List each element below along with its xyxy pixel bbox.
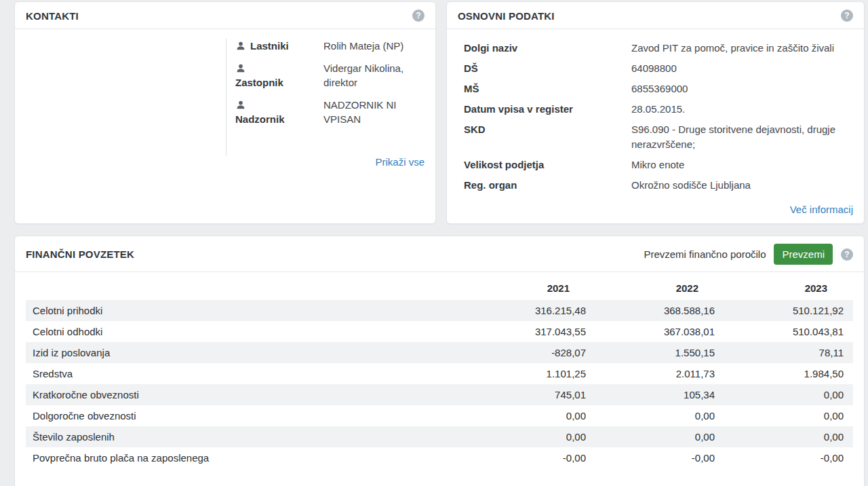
value-2021: 317.043,55 [467,321,595,342]
field-row: Dolgi naziv Zavod PIT za pomoč, pravice … [464,38,853,58]
value-2021: 0,00 [467,405,595,426]
table-row: Število zaposlenih 0,00 0,00 0,00 [26,426,853,447]
download-button[interactable]: Prevzemi [774,244,833,265]
kontakti-panel: KONTAKTI ? Lastniki Rolih Mateja (NP) Za… [14,1,436,224]
field-row: DŠ 64098800 [464,58,853,79]
field-value: 64098800 [631,61,853,76]
value-2021: -0,00 [467,447,595,468]
contact-role: Nadzornik [235,98,295,126]
value-2022: 0,00 [595,405,724,426]
kontakti-header: KONTAKTI ? [15,2,435,29]
help-icon[interactable]: ? [841,248,853,261]
field-value: Mikro enote [631,157,853,172]
value-2021: 316.215,48 [467,300,595,321]
help-icon[interactable]: ? [412,10,425,22]
contact-entry: Zastopnik Vidergar Nikolina, direktor [235,61,425,90]
page: KONTAKTI ? Lastniki Rolih Mateja (NP) Za… [0,0,868,486]
financni-header-actions: Prevzemi finančno poročilo Prevzemi ? [644,244,853,265]
table-body: Celotni prihodki 316.215,48 368.588,16 5… [26,300,853,468]
field-label: MŠ [464,81,631,96]
year-header-row: 202120222023 [26,272,853,300]
table-row: Kratkoročne obveznosti 745,01 105,34 0,0… [26,384,853,405]
value-2023: -0,00 [724,447,853,468]
value-2023: 0,00 [724,405,853,426]
show-all-link[interactable]: Prikaži vse [26,156,425,168]
kontakti-contact-list: Lastniki Rolih Mateja (NP) Zastopnik Vid… [226,39,425,156]
value-2022: 2.011,73 [595,363,724,384]
value-2023: 78,11 [724,342,853,363]
financial-summary-table: 202120222023 Celotni prihodki 316.215,48… [26,272,853,468]
field-value: Zavod PIT za pomoč, pravice in zaščito ž… [631,41,853,56]
empty-header-cell [26,272,467,300]
year-header-cell: 2023 [724,272,853,300]
table-row: Celotni odhodki 317.043,55 367.038,01 51… [26,321,853,342]
value-2023: 510.121,92 [724,300,853,321]
field-row: Datum vpisa v register 28.05.2015. [464,99,853,119]
metric-label: Kratkoročne obveznosti [26,384,467,405]
osnovni-podatki-panel: OSNOVNI PODATKI ? Dolgi naziv Zavod PIT … [446,1,865,224]
table-row: Dolgoročne obveznosti 0,00 0,00 0,00 [26,405,853,426]
table-row: Izid iz poslovanja -828,07 1.550,15 78,1… [26,342,853,363]
value-2021: 0,00 [467,426,595,447]
help-icon[interactable]: ? [841,10,853,22]
contact-name: Vidergar Nikolina, direktor [323,61,425,90]
metric-label: Celotni odhodki [26,321,467,342]
person-icon [235,100,246,111]
table-row: Sredstva 1.101,25 2.011,73 1.984,50 [26,363,853,384]
kontakti-title: KONTAKTI [26,10,79,22]
osnovni-fields: Dolgi naziv Zavod PIT za pomoč, pravice … [447,29,864,195]
metric-label: Povprečna bruto plača na zaposlenega [26,447,467,468]
contact-role: Lastniki [235,39,295,53]
field-row: MŠ 6855369000 [464,79,853,99]
table-row: Celotni prihodki 316.215,48 368.588,16 5… [26,300,853,321]
value-2022: 368.588,16 [595,300,724,321]
field-label: Reg. organ [464,178,631,193]
value-2022: 1.550,15 [595,342,724,363]
value-2021: 745,01 [467,384,595,405]
field-label: Velikost podjetja [464,157,631,172]
field-value: S96.090 - Druge storitvene dejavnosti, d… [631,122,853,152]
value-2023: 0,00 [724,426,853,447]
field-value: 28.05.2015. [631,102,853,117]
metric-label: Število zaposlenih [26,426,467,447]
contact-role: Zastopnik [235,61,295,90]
field-row: SKD S96.090 - Druge storitvene dejavnost… [464,119,853,155]
value-2022: 105,34 [595,384,724,405]
contact-role-label: Zastopnik [235,77,283,88]
osnovni-title: OSNOVNI PODATKI [458,10,555,22]
metric-label: Izid iz poslovanja [26,342,467,363]
table-head: 202120222023 [26,272,853,300]
contact-entry: Lastniki Rolih Mateja (NP) [235,39,425,53]
field-row: Reg. organ Okrožno sodišče Ljubljana [464,175,853,195]
value-2021: 1.101,25 [467,363,595,384]
value-2022: 0,00 [595,426,724,447]
field-value: Okrožno sodišče Ljubljana [631,178,853,193]
field-label: Datum vpisa v register [464,102,631,117]
field-row: Velikost podjetja Mikro enote [464,155,853,175]
value-2022: -0,00 [595,447,724,468]
table-row: Povprečna bruto plača na zaposlenega -0,… [26,447,853,468]
financni-title: FINANČNI POVZETEK [26,248,134,260]
metric-label: Dolgoročne obveznosti [26,405,467,426]
field-label: Dolgi naziv [464,41,631,56]
value-2022: 367.038,01 [595,321,724,342]
osnovni-header: OSNOVNI PODATKI ? [447,2,864,29]
contact-role-label: Lastniki [250,40,289,52]
person-icon [235,41,246,52]
value-2023: 0,00 [724,384,853,405]
person-icon [235,63,246,74]
value-2023: 510.043,81 [724,321,853,342]
financni-header: FINANČNI POVZETEK Prevzemi finančno poro… [15,236,864,272]
field-value: 6855369000 [631,81,853,96]
contact-role-label: Nadzornik [235,113,285,125]
year-header-cell: 2022 [595,272,724,300]
more-info-link[interactable]: Več informacij [447,204,853,215]
field-label: SKD [464,122,631,152]
contact-name: Rolih Mateja (NP) [323,39,425,53]
value-2023: 1.984,50 [724,363,853,384]
metric-label: Sredstva [26,363,467,384]
download-report-text: Prevzemi finančno poročilo [644,248,766,260]
top-row: KONTAKTI ? Lastniki Rolih Mateja (NP) Za… [14,1,865,224]
contact-entry: Nadzornik NADZORNIK NI VPISAN [235,98,425,126]
metric-label: Celotni prihodki [26,300,467,321]
